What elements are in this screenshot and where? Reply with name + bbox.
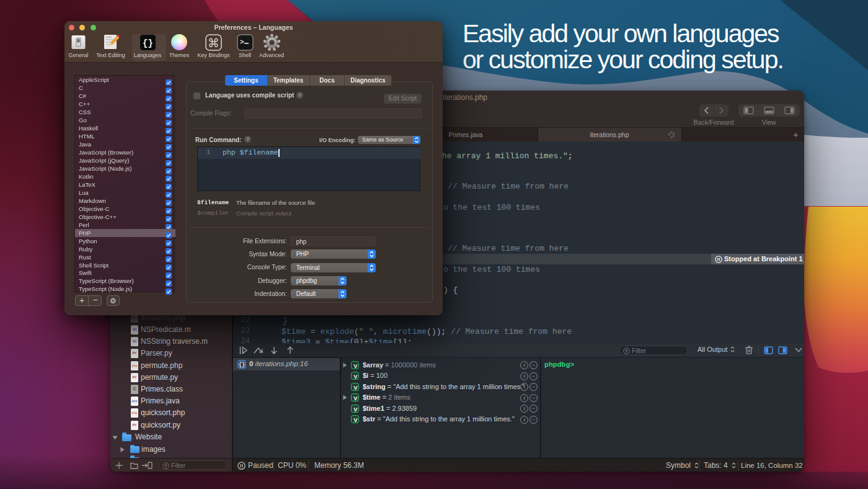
svg-text:{}: {} xyxy=(143,38,153,48)
svg-text:>: > xyxy=(240,38,244,46)
svg-text:⌘: ⌘ xyxy=(208,37,219,50)
